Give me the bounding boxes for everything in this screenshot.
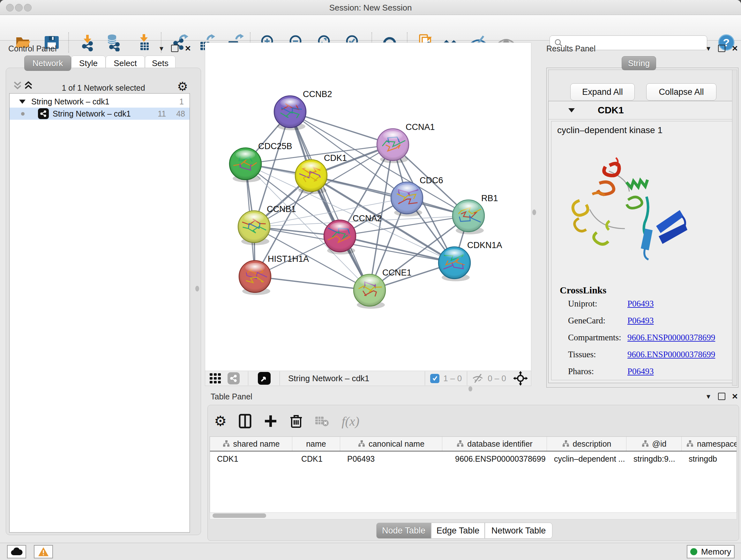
- import-network-database-icon[interactable]: [104, 34, 122, 51]
- network-edge-count: 48: [176, 109, 185, 118]
- network-edge[interactable]: [255, 276, 369, 290]
- birds-eye-view-icon[interactable]: [513, 371, 528, 386]
- tab-node-table[interactable]: Node Table: [376, 523, 431, 539]
- cloud-button[interactable]: [7, 545, 26, 558]
- table-header-row: shared name name canonical name database…: [210, 437, 737, 451]
- network-view-canvas[interactable]: CCNB2CCNA1CDC25BCDK1CDC6RB1CCNB1CCNA2CDK…: [205, 43, 531, 371]
- selected-counts: 1 – 0: [443, 374, 462, 383]
- close-panel-icon[interactable]: ✕: [732, 45, 738, 52]
- statusbar-separator: [248, 371, 248, 385]
- network-graph[interactable]: CCNB2CCNA1CDC25BCDK1CDC6RB1CCNB1CCNA2CDK…: [205, 43, 531, 371]
- network-tree: String Network – cdk1 1 String Network –…: [9, 93, 190, 533]
- column-header[interactable]: description: [547, 437, 626, 451]
- delete-table-icon[interactable]: [315, 415, 329, 427]
- node-gloss: [383, 131, 403, 140]
- crosslink-pharos-link[interactable]: P06493: [627, 367, 654, 376]
- column-type-icon: [358, 440, 365, 448]
- protein-structure-image: [561, 152, 692, 267]
- memory-status-dot: [690, 548, 697, 555]
- import-table-file-icon[interactable]: [135, 34, 153, 51]
- horizontal-splitter-handle[interactable]: [468, 386, 472, 391]
- node-label: CDC6: [420, 176, 443, 185]
- tab-edge-table[interactable]: Edge Table: [431, 523, 485, 539]
- collapse-panel-icon[interactable]: ▼: [158, 45, 165, 52]
- collection-caret-icon[interactable]: [19, 100, 25, 104]
- node-label: CDC25B: [258, 141, 292, 151]
- cloud-icon: [10, 548, 23, 556]
- crosslink-uniprot-link[interactable]: P06493: [627, 299, 654, 309]
- network-panel-body: 1 of 1 Network selected ⚙ String Network…: [6, 68, 201, 535]
- node-gloss: [459, 202, 478, 212]
- table-options-gear-icon[interactable]: ⚙: [214, 414, 226, 428]
- crosslink-tissues-link[interactable]: 9606.ENSP00000378699: [627, 350, 715, 360]
- import-network-file-icon[interactable]: [78, 34, 96, 51]
- tab-network-table[interactable]: Network Table: [485, 523, 552, 539]
- column-header[interactable]: name: [292, 437, 340, 451]
- results-panel-window-icons: ▼ ✕: [705, 45, 738, 52]
- tab-string[interactable]: String: [622, 56, 656, 70]
- open-in-new-window-icon[interactable]: [258, 372, 271, 385]
- selected-count-checkbox-icon[interactable]: [430, 374, 440, 383]
- float-panel-icon[interactable]: [718, 45, 725, 52]
- crosslink-label: Compartments:: [568, 333, 621, 343]
- node-label: CCNB1: [267, 204, 296, 214]
- close-panel-icon[interactable]: ✕: [185, 45, 191, 52]
- function-builder-icon[interactable]: f(x): [341, 414, 359, 429]
- network-collection-row[interactable]: String Network – cdk1 1: [10, 96, 190, 108]
- gene-caret-icon[interactable]: [568, 108, 575, 112]
- results-panel-body: Expand All Collapse All CDK1 cyclin–depe…: [546, 68, 738, 388]
- network-share-view-icon[interactable]: [227, 372, 240, 384]
- status-bar: Memory: [0, 543, 741, 560]
- network-options-gear-icon[interactable]: ⚙: [177, 79, 188, 94]
- node-label: CCNA1: [406, 122, 435, 132]
- expand-all-button[interactable]: Expand All: [570, 83, 635, 101]
- results-panel-title: Results Panel: [546, 44, 596, 53]
- gene-section-header[interactable]: CDK1: [549, 101, 736, 119]
- crosslink-compartments-link[interactable]: 9606.ENSP00000378699: [627, 333, 715, 343]
- scrollbar-thumb[interactable]: [212, 513, 266, 518]
- column-header[interactable]: canonical name: [340, 437, 442, 451]
- window-title: Session: New Session: [0, 3, 741, 13]
- grid-view-icon[interactable]: [209, 373, 222, 384]
- network-row[interactable]: String Network – cdk1 11 48: [10, 108, 190, 120]
- vertical-splitter-handle[interactable]: [195, 286, 199, 292]
- warnings-button[interactable]: [34, 545, 53, 558]
- crosslink-label: Tissues:: [568, 350, 596, 360]
- collapse-panel-icon[interactable]: ▼: [705, 45, 712, 52]
- float-panel-icon[interactable]: [718, 393, 725, 400]
- node-gloss: [330, 222, 350, 232]
- statusbar-separator: [467, 371, 467, 385]
- add-column-icon[interactable]: [264, 414, 278, 428]
- network-edge[interactable]: [311, 176, 468, 216]
- table-horizontal-scrollbar[interactable]: [210, 512, 737, 519]
- column-header[interactable]: database identifier: [442, 437, 547, 451]
- collapse-panel-icon[interactable]: ▼: [705, 393, 712, 400]
- results-scrollbar[interactable]: [732, 70, 737, 386]
- float-panel-icon[interactable]: [171, 45, 179, 52]
- collapse-all-button[interactable]: Collapse All: [646, 83, 717, 101]
- vertical-splitter-handle[interactable]: [532, 209, 536, 215]
- show-columns-icon[interactable]: [239, 414, 252, 428]
- table-toolbar: ⚙ f(x): [214, 411, 359, 431]
- crosslinks-title: CrossLinks: [560, 285, 606, 296]
- collection-count: 1: [179, 97, 184, 106]
- hidden-count-eye-slash-icon[interactable]: [472, 373, 484, 383]
- memory-button[interactable]: Memory: [687, 545, 735, 558]
- gene-description: cyclin–dependent kinase 1: [557, 125, 663, 135]
- delete-column-trash-icon[interactable]: [290, 414, 302, 428]
- column-header[interactable]: @id: [626, 437, 682, 451]
- warning-icon: [38, 547, 49, 557]
- tab-network[interactable]: Network: [24, 56, 71, 71]
- column-type-icon: [222, 440, 230, 448]
- column-header[interactable]: shared name: [210, 437, 292, 451]
- crosslink-genecard-link[interactable]: P06493: [627, 316, 654, 326]
- table-row[interactable]: CDK1 CDK1 P06493 9606.ENSP00000378699 cy…: [210, 451, 737, 466]
- column-header[interactable]: namespace: [682, 437, 737, 451]
- node-gloss: [244, 213, 264, 223]
- control-panel-title: Control Panel: [8, 44, 57, 53]
- string-network-icon: [38, 108, 49, 119]
- node-gloss: [280, 98, 300, 108]
- main-toolbar: ?: [0, 15, 741, 41]
- close-panel-icon[interactable]: ✕: [732, 393, 738, 400]
- title-bar: Session: New Session: [0, 0, 741, 15]
